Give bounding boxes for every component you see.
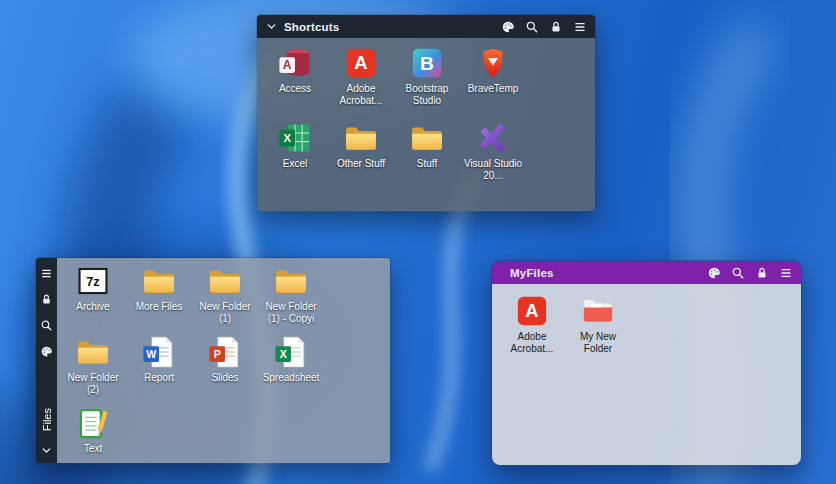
file-archive[interactable]: Archive — [61, 264, 125, 325]
lock-icon[interactable] — [549, 20, 563, 34]
7zip-icon — [76, 264, 110, 298]
icon-label: Other Stuff — [337, 158, 385, 170]
myfiles-window: MyFiles Adobe Acrobat... My New Folder — [491, 260, 802, 466]
icon-label: Slides — [211, 372, 238, 384]
folder-icon — [410, 121, 444, 155]
shortcut-access[interactable]: Access — [263, 46, 327, 107]
icon-label: Archive — [76, 301, 109, 313]
file-new-folder-1-copy[interactable]: New Folder (1) - Copyi — [259, 264, 323, 325]
lock-icon[interactable] — [40, 293, 53, 306]
icon-label: Stuff — [417, 158, 437, 170]
icon-label: New Folder (2) — [62, 372, 124, 396]
file-text[interactable]: Text — [61, 406, 125, 455]
window-title: Files — [41, 408, 53, 431]
file-new-folder-1[interactable]: New Folder (1) — [193, 264, 257, 325]
icon-label: Adobe Acrobat... — [501, 331, 563, 355]
search-icon[interactable] — [731, 266, 745, 280]
icon-label: Text — [84, 443, 102, 455]
icon-label: Visual Studio 20... — [462, 158, 524, 182]
window-title: MyFiles — [510, 267, 554, 279]
menu-icon[interactable] — [779, 266, 793, 280]
chevron-down-icon[interactable] — [40, 444, 53, 457]
shortcut-adobe-acrobat[interactable]: Adobe Acrobat... — [329, 46, 393, 107]
brave-icon — [476, 46, 510, 80]
files-window: Files Archive More Files New Folder (1) … — [35, 257, 391, 464]
shortcuts-window: Shortcuts Access Adobe Acrobat... Bootst… — [256, 14, 596, 212]
files-body: Archive More Files New Folder (1) New Fo… — [57, 258, 390, 463]
icon-label: Access — [279, 83, 311, 95]
palette-icon[interactable] — [501, 20, 515, 34]
search-icon[interactable] — [40, 319, 53, 332]
powerpoint-icon — [208, 335, 242, 369]
folder-icon — [76, 335, 110, 369]
palette-icon[interactable] — [707, 266, 721, 280]
folder-icon — [344, 121, 378, 155]
search-icon[interactable] — [525, 20, 539, 34]
access-icon — [278, 46, 312, 80]
bootstrap-studio-icon — [410, 46, 444, 80]
shortcut-visual-studio[interactable]: Visual Studio 20... — [461, 121, 525, 182]
file-more-files[interactable]: More Files — [127, 264, 191, 325]
file-spreadsheet[interactable]: Spreadsheet — [259, 335, 323, 396]
files-sidebar: Files — [36, 258, 57, 463]
folder-icon — [208, 264, 242, 298]
lock-icon[interactable] — [755, 266, 769, 280]
shortcut-bravetemp[interactable]: BraveTemp — [461, 46, 525, 107]
icon-label: More Files — [136, 301, 183, 313]
myfiles-titlebar: MyFiles — [492, 261, 801, 284]
file-report[interactable]: Report — [127, 335, 191, 396]
folder-icon — [274, 264, 308, 298]
icon-label: Report — [144, 372, 174, 384]
menu-icon[interactable] — [573, 20, 587, 34]
visual-studio-icon — [476, 121, 510, 155]
shortcut-other-stuff[interactable]: Other Stuff — [329, 121, 393, 182]
file-slides[interactable]: Slides — [193, 335, 257, 396]
menu-icon[interactable] — [40, 267, 53, 280]
word-icon — [142, 335, 176, 369]
myfiles-body: Adobe Acrobat... My New Folder — [492, 284, 801, 466]
notepad-icon — [76, 406, 110, 440]
palette-icon[interactable] — [40, 345, 53, 358]
icon-label: Excel — [283, 158, 307, 170]
red-folder-icon — [581, 294, 615, 328]
shortcut-stuff[interactable]: Stuff — [395, 121, 459, 182]
shortcut-bootstrap-studio[interactable]: Bootstrap Studio — [395, 46, 459, 107]
myfiles-adobe-acrobat[interactable]: Adobe Acrobat... — [500, 294, 564, 355]
chevron-down-icon[interactable] — [265, 20, 278, 33]
icon-label: My New Folder — [567, 331, 629, 355]
icon-label: New Folder (1) - Copyi — [260, 301, 322, 325]
shortcuts-body: Access Adobe Acrobat... Bootstrap Studio… — [257, 38, 595, 212]
shortcuts-titlebar: Shortcuts — [257, 15, 595, 38]
desktop: { "wallpaper": { "base_color": "#2673d6"… — [0, 0, 836, 484]
excel-icon — [278, 121, 312, 155]
excel-file-icon — [274, 335, 308, 369]
acrobat-icon — [515, 294, 549, 328]
icon-label: Adobe Acrobat... — [330, 83, 392, 107]
file-new-folder-2[interactable]: New Folder (2) — [61, 335, 125, 396]
myfiles-my-new-folder[interactable]: My New Folder — [566, 294, 630, 355]
icon-label: Bootstrap Studio — [396, 83, 458, 107]
icon-label: New Folder (1) — [194, 301, 256, 325]
shortcut-excel[interactable]: Excel — [263, 121, 327, 182]
icon-label: Spreadsheet — [263, 372, 320, 384]
folder-icon — [142, 264, 176, 298]
window-title: Shortcuts — [284, 21, 339, 33]
acrobat-icon — [344, 46, 378, 80]
icon-label: BraveTemp — [468, 83, 519, 95]
